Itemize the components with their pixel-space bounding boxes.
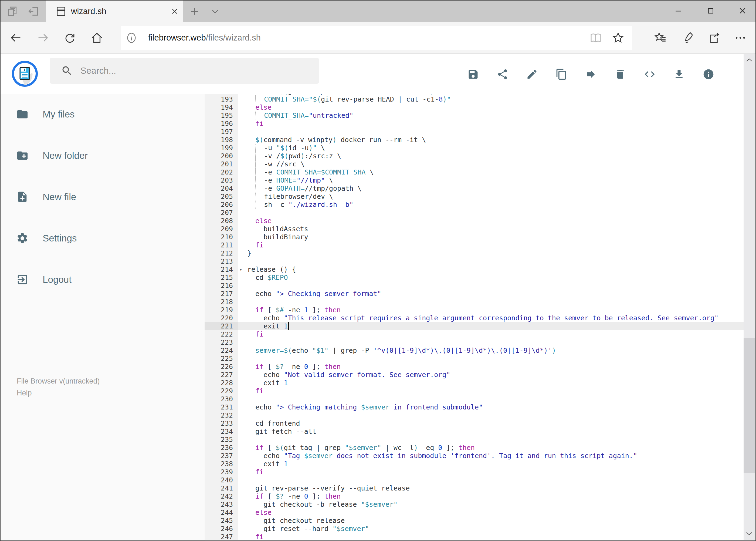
code-line[interactable]: 202 -e COMMIT_SHA=$COMMIT_SHA \	[205, 168, 745, 176]
code-line[interactable]: 226 if [ $? -ne 0 ]; then	[205, 363, 745, 371]
code-line[interactable]: 228 exit 1	[205, 379, 745, 387]
code-line[interactable]: 196 fi	[205, 120, 745, 128]
code-editor[interactable]: 192 if [ "$(git rev-parse --is-inside-wo…	[205, 94, 745, 540]
code-line[interactable]: 197	[205, 128, 745, 136]
download-button[interactable]	[673, 68, 685, 80]
new-tab-button[interactable]	[186, 1, 203, 22]
code-line[interactable]: 198 $(command -v winpty) docker run --rm…	[205, 136, 745, 144]
code-line[interactable]: 222 fi	[205, 330, 745, 338]
favorites-hub-icon[interactable]	[648, 22, 672, 54]
code-line[interactable]: 210 buildBinary	[205, 233, 745, 241]
code-line[interactable]: 239 fi	[205, 468, 745, 476]
search-input[interactable]	[81, 66, 296, 76]
more-options-icon[interactable]	[728, 22, 752, 54]
code-line[interactable]: 199 -u "$(id -u)" \	[205, 144, 745, 152]
code-line[interactable]: 213	[205, 258, 745, 266]
sidebar-item-logout[interactable]: Logout	[1, 268, 205, 292]
share-page-icon[interactable]	[702, 22, 727, 54]
code-line[interactable]: 242 if [ $? -ne 0 ]; then	[205, 492, 745, 500]
code-line[interactable]: 240	[205, 476, 745, 484]
code-line[interactable]: 229 fi	[205, 387, 745, 395]
code-line[interactable]: 219 if [ $# -ne 1 ]; then	[205, 306, 745, 314]
fold-arrow-icon[interactable]: ▾	[238, 266, 244, 273]
annotate-pen-icon[interactable]	[675, 22, 700, 54]
code-line[interactable]: 217 echo "> Checking semver format"	[205, 290, 745, 298]
scroll-down-icon[interactable]	[744, 527, 755, 539]
window-close-button[interactable]	[730, 1, 755, 21]
scroll-up-icon[interactable]	[744, 54, 755, 66]
code-line[interactable]: 236 if [ $(git tag | grep "$semver" | wc…	[205, 444, 745, 452]
code-line[interactable]: 238 exit 1	[205, 460, 745, 468]
sidebar-item-new-file[interactable]: New file	[1, 185, 205, 209]
tab-preview-icon[interactable]	[3, 1, 22, 22]
site-info-icon[interactable]	[121, 32, 142, 44]
code-line[interactable]: 205 filebrowser/dev \	[205, 193, 745, 201]
share-button[interactable]	[497, 68, 509, 80]
code-line[interactable]: 215 cd $REPO	[205, 273, 745, 282]
tab-list-chevron-icon[interactable]	[206, 1, 225, 22]
code-line[interactable]: 204 -e GOPATH=//tmp/gopath \	[205, 185, 745, 193]
sidebar-item-my-files[interactable]: My files	[1, 102, 205, 126]
window-maximize-button[interactable]	[698, 1, 723, 21]
page-scrollbar[interactable]	[744, 54, 755, 540]
code-line[interactable]: 246 git reset --hard "$semver"	[205, 525, 745, 533]
window-minimize-button[interactable]	[666, 1, 690, 21]
sidebar-item-settings[interactable]: Settings	[1, 226, 205, 251]
search-bar[interactable]	[50, 58, 319, 84]
code-line[interactable]: 214▾release () {	[205, 266, 745, 273]
code-line[interactable]: 223	[205, 338, 745, 346]
edit-button[interactable]	[526, 68, 538, 80]
code-line[interactable]: 243 git checkout -b release "$semver"	[205, 500, 745, 509]
refresh-icon[interactable]	[58, 22, 82, 54]
delete-button[interactable]	[614, 68, 626, 80]
tab-close-icon[interactable]	[166, 1, 183, 22]
code-line[interactable]: 235	[205, 436, 745, 444]
code-line[interactable]: 195 COMMIT_SHA="untracked"	[205, 112, 745, 120]
sidebar-item-new-folder[interactable]: New folder	[1, 144, 205, 168]
code-line[interactable]: 193 COMMIT_SHA="$(git rev-parse HEAD | c…	[205, 95, 745, 104]
code-line[interactable]: 208 else	[205, 217, 745, 225]
code-line[interactable]: 194 else	[205, 104, 745, 112]
code-line[interactable]: 211 fi	[205, 241, 745, 249]
code-line[interactable]: 234 git fetch --all	[205, 427, 745, 436]
code-line[interactable]: 218	[205, 298, 745, 306]
browser-tab[interactable]: wizard.sh	[46, 1, 183, 22]
code-line[interactable]: 200 -v /$(pwd):/src:z \	[205, 152, 745, 160]
code-line[interactable]: 231 echo "> Checking matching $semver in…	[205, 403, 745, 411]
code-line[interactable]: 220 echo "This release script requires a…	[205, 314, 745, 322]
home-icon[interactable]	[85, 22, 109, 54]
forward-icon[interactable]	[31, 22, 55, 54]
code-line[interactable]: 207	[205, 209, 745, 217]
code-line[interactable]: 209 buildAssets	[205, 225, 745, 233]
code-line[interactable]: 221 exit 1	[205, 322, 745, 330]
help-link[interactable]: Help	[17, 387, 32, 399]
code-line[interactable]: 203 -e HOME="//tmp" \	[205, 176, 745, 185]
reading-view-icon[interactable]	[589, 32, 602, 44]
set-tabs-aside-icon[interactable]	[24, 1, 43, 22]
move-button[interactable]	[585, 68, 597, 80]
save-button[interactable]	[467, 68, 479, 80]
code-line[interactable]: 245 git checkout release	[205, 517, 745, 525]
copy-button[interactable]	[556, 68, 567, 80]
favorite-star-icon[interactable]	[612, 32, 624, 44]
address-bar[interactable]: filebrowser.web/files/wizard.sh	[121, 26, 632, 50]
code-line[interactable]: 241 git rev-parse --verify --quiet relea…	[205, 484, 745, 492]
info-button[interactable]	[702, 68, 714, 80]
code-line[interactable]: 230	[205, 395, 745, 403]
code-line[interactable]: 206 sh -c "./wizard.sh -b"	[205, 201, 745, 209]
code-line[interactable]: 237 echo "Tag $semver does not exist in …	[205, 452, 745, 460]
code-line[interactable]: 233 cd frontend	[205, 419, 745, 427]
code-button[interactable]	[644, 68, 655, 80]
code-line[interactable]: 224 semver=$(echo "$1" | grep -P '^v(0|[…	[205, 346, 745, 355]
code-line[interactable]: 201 -w //src \	[205, 160, 745, 168]
code-line[interactable]: 244 else	[205, 509, 745, 517]
code-line[interactable]: 216	[205, 282, 745, 290]
code-line[interactable]: 232	[205, 411, 745, 419]
code-line[interactable]: 247 fi	[205, 533, 745, 540]
code-line[interactable]: 225	[205, 355, 745, 363]
scrollbar-thumb[interactable]	[744, 338, 755, 473]
filebrowser-logo[interactable]	[11, 60, 38, 87]
code-line[interactable]: 227 echo "Not valid semver format. See s…	[205, 371, 745, 379]
back-icon[interactable]	[4, 22, 28, 54]
code-line[interactable]: 212}	[205, 249, 745, 258]
